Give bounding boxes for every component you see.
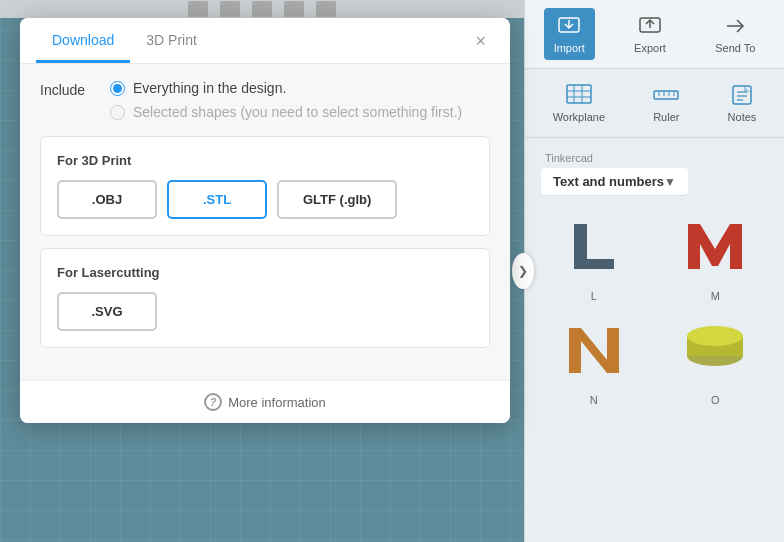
include-label: Include — [40, 80, 94, 98]
svg-point-21 — [687, 326, 743, 346]
import-label: Import — [554, 42, 585, 54]
sendto-label: Send To — [715, 42, 755, 54]
shape-item-N: N — [537, 310, 651, 406]
btn-stl[interactable]: .STL — [167, 180, 267, 219]
tools-toolbar: Workplane Ruler — [525, 69, 784, 138]
btn-gltf[interactable]: GLTF (.glb) — [277, 180, 397, 219]
radio-selected[interactable]: Selected shapes (you need to select some… — [110, 104, 462, 120]
chevron-right-icon: ❯ — [518, 264, 528, 278]
radio-options: Everything in the design. Selected shape… — [110, 80, 462, 120]
chevron-down-icon: ▼ — [664, 175, 676, 189]
btn-ruler[interactable]: Ruler — [642, 77, 690, 129]
btn-notes[interactable]: Notes — [718, 77, 767, 129]
category-section: Tinkercad Text and numbers ▼ — [525, 138, 784, 206]
shape-canvas-M — [670, 206, 760, 286]
section-3dprint: For 3D Print .OBJ .STL GLTF (.glb) — [40, 136, 490, 236]
svg-rect-14 — [733, 86, 751, 104]
shape-label-L: L — [591, 290, 597, 302]
btn-sendto[interactable]: Send To — [705, 8, 765, 60]
notes-icon — [728, 83, 756, 107]
workplane-icon — [565, 83, 593, 107]
shape-item-L: L — [537, 206, 651, 302]
export-icon — [636, 14, 664, 38]
radio-selected-label: Selected shapes (you need to select some… — [133, 104, 462, 120]
right-panel: Import Export Send To — [524, 0, 784, 542]
shape-label-O: O — [711, 394, 720, 406]
modal-tabs: Download 3D Print — [36, 18, 213, 63]
include-row: Include Everything in the design. Select… — [40, 80, 490, 120]
import-icon — [555, 14, 583, 38]
svg-marker-18 — [744, 86, 750, 92]
category-label: Tinkercad — [533, 144, 776, 168]
workplane-label: Workplane — [553, 111, 605, 123]
btn-svg[interactable]: .SVG — [57, 292, 157, 331]
3dprint-btn-row: .OBJ .STL GLTF (.glb) — [57, 180, 473, 219]
download-modal: Download 3D Print × Include Everything i… — [20, 18, 510, 423]
shape-canvas-L — [549, 206, 639, 286]
section-lasercutting: For Lasercutting .SVG — [40, 248, 490, 348]
lasercutting-btn-row: .SVG — [57, 292, 473, 331]
section-lasercutting-title: For Lasercutting — [57, 265, 473, 280]
right-panel-top-toolbar: Import Export Send To — [525, 0, 784, 69]
ruler-icon — [652, 83, 680, 107]
modal-body: Include Everything in the design. Select… — [20, 64, 510, 380]
sendto-icon — [721, 14, 749, 38]
svg-rect-4 — [567, 85, 591, 103]
btn-workplane[interactable]: Workplane — [543, 77, 615, 129]
panel-toggle-button[interactable]: ❯ — [512, 253, 534, 289]
modal-header: Download 3D Print × — [20, 18, 510, 64]
modal-footer: ? More information — [20, 380, 510, 423]
section-3dprint-title: For 3D Print — [57, 153, 473, 168]
btn-obj[interactable]: .OBJ — [57, 180, 157, 219]
radio-everything[interactable]: Everything in the design. — [110, 80, 462, 96]
more-info-link[interactable]: ? More information — [204, 393, 326, 411]
shape-item-O: O — [659, 310, 773, 406]
radio-everything-label: Everything in the design. — [133, 80, 286, 96]
close-button[interactable]: × — [467, 28, 494, 54]
tab-download[interactable]: Download — [36, 18, 130, 63]
shape-item-M: M — [659, 206, 773, 302]
shape-canvas-N — [549, 310, 639, 390]
btn-import[interactable]: Import — [544, 8, 595, 60]
shape-label-M: M — [711, 290, 720, 302]
shape-canvas-O — [670, 310, 760, 390]
dropdown-label: Text and numbers — [553, 174, 664, 189]
radio-selected-input[interactable] — [110, 105, 125, 120]
notes-label: Notes — [728, 111, 757, 123]
btn-export[interactable]: Export — [624, 8, 676, 60]
radio-everything-input[interactable] — [110, 81, 125, 96]
info-icon: ? — [204, 393, 222, 411]
tab-3dprint[interactable]: 3D Print — [130, 18, 213, 63]
shape-label-N: N — [590, 394, 598, 406]
ruler-label: Ruler — [653, 111, 679, 123]
more-info-label: More information — [228, 395, 326, 410]
dropdown-category[interactable]: Text and numbers ▼ — [541, 168, 688, 196]
export-label: Export — [634, 42, 666, 54]
shapes-grid: L M N — [525, 206, 784, 406]
